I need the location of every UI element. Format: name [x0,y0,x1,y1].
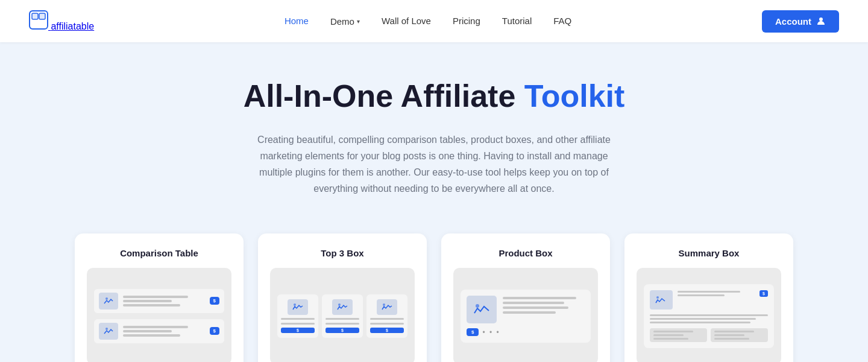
hero-title-normal: All-In-One Affiliate [244,78,516,113]
nav-pricing[interactable]: Pricing [453,16,480,26]
t3-badge-3: $ [370,328,404,333]
top3-preview: $ $ [270,268,415,362]
logo-text: affiliatable [51,21,94,31]
top3-grid: $ $ [277,294,407,338]
logo-icon [29,10,48,30]
t3-badge-1: $ [281,328,315,333]
pb-top [467,296,585,323]
summary-box-card: Summary Box [624,233,793,362]
hero-description: Creating beautiful, compelling compariso… [247,132,621,197]
product-box-card: Product Box [441,233,610,362]
account-label: Account [775,16,811,27]
t3-img-3 [377,299,397,315]
hero-title-accent: Toolkit [524,78,625,113]
navbar: affiliatable Home Demo ▾ Wall of Love Pr… [0,0,868,42]
svg-point-15 [383,303,385,306]
comparison-table-preview: $ $ [87,268,231,362]
product-box-preview: $ • • • [453,268,598,362]
t3-col-2: $ [322,294,363,338]
svg-rect-3 [39,13,45,19]
t3-col-3: $ [366,294,407,338]
product-box-inner: $ • • • [461,290,591,343]
nav-faq[interactable]: FAQ [553,16,571,26]
feature-cards-row: Comparison Table $ [0,221,868,362]
summary-box-title: Summary Box [637,248,781,258]
ct-line [123,326,188,328]
pb-image [467,296,497,323]
ct-image-2 [99,323,118,340]
sb-content-lines [650,314,768,323]
ct-badge-2: $ [210,327,219,335]
sb-right: $ [678,290,768,297]
top3-title: Top 3 Box [270,248,415,258]
svg-point-5 [819,17,823,21]
ct-line [123,330,172,332]
pb-lines [503,296,585,314]
svg-point-11 [294,303,296,306]
ct-line [123,300,172,302]
hero-title: All-In-One Affiliate Toolkit [12,78,856,115]
summary-box-preview: $ [637,268,781,362]
sb-image [650,290,673,310]
hero-section: All-In-One Affiliate Toolkit Creating be… [0,42,868,221]
svg-point-17 [476,304,479,308]
t3-img-1 [288,299,308,315]
pb-bottom: $ • • • [467,328,585,337]
nav-wall-of-love[interactable]: Wall of Love [382,16,431,26]
svg-point-19 [656,296,659,299]
ct-line [123,334,180,337]
pb-dots: • • • [482,328,500,337]
ct-lines-2 [123,326,205,337]
svg-rect-1 [32,13,38,19]
svg-point-7 [105,297,108,300]
account-button[interactable]: Account [762,10,839,33]
comparison-table-card: Comparison Table $ [75,233,244,362]
svg-point-13 [338,303,341,306]
pb-badge: $ [467,328,479,336]
nav-tutorial[interactable]: Tutorial [502,16,532,26]
ct-row-2: $ [94,319,224,343]
user-icon [816,16,826,26]
nav-home[interactable]: Home [285,16,309,26]
product-box-title: Product Box [453,248,598,258]
t3-badge-2: $ [326,328,359,333]
ct-row-1: $ [94,289,224,313]
ct-lines-1 [123,296,205,306]
ct-line [123,304,180,306]
nav-demo-label: Demo [330,16,354,27]
t3-col-1: $ [277,294,318,338]
nav-links: Home Demo ▾ Wall of Love Pricing Tutoria… [285,16,571,27]
ct-image-1 [99,293,118,310]
logo[interactable]: affiliatable [29,10,94,32]
top3-card: Top 3 Box $ [258,233,427,362]
summary-box-inner: $ [644,284,774,348]
sb-footer [650,328,768,342]
sb-badge: $ [760,290,768,297]
t3-img-2 [332,299,353,315]
ct-line [123,296,188,298]
chevron-down-icon: ▾ [357,18,360,25]
ct-badge-1: $ [210,297,219,305]
nav-demo[interactable]: Demo ▾ [330,16,360,27]
svg-point-9 [105,328,108,330]
comparison-table-title: Comparison Table [87,248,231,258]
sb-top: $ [650,290,768,310]
